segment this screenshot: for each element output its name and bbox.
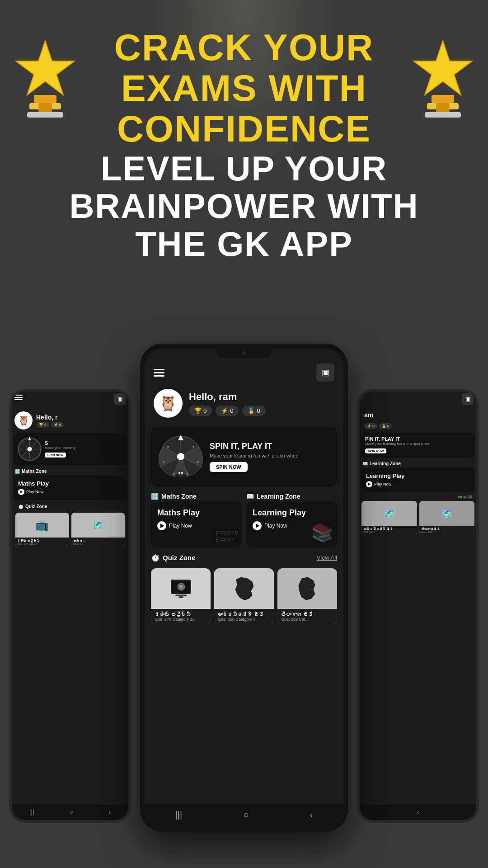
trophy-right <box>407 36 479 119</box>
left-nav-home[interactable]: ||| <box>29 808 34 816</box>
svg-rect-8 <box>436 103 450 113</box>
right-spin-desc: Make your learning fun with a spin wheel <box>365 442 471 446</box>
main-quiz-card-2[interactable]: ఆంధ్రప్రదేశ్ జీకే Que: 350 Category 5 <box>214 568 274 624</box>
main-spin-banner: SPIN IT, PLAY IT Make your learning fun … <box>151 427 337 486</box>
left-hamburger-icon <box>14 393 23 405</box>
phones-section: ▣ 🦉 Hello, r 🏆 0 ⚡ 0 <box>0 344 488 868</box>
trophy-left <box>9 36 81 119</box>
right-stat-2: 🏅 0 <box>379 423 392 429</box>
left-quiz-label: ⏱️ Quiz Zone <box>15 504 50 511</box>
left-spin-banner: S Make your learning SPIN NOW <box>14 433 127 465</box>
phone-right: ▣ am ⚡ 0 🏅 0 PIN IT, PLAY IT Make your l… <box>357 389 479 823</box>
svg-point-29 <box>178 472 180 474</box>
svg-point-22 <box>187 473 188 475</box>
hero-line4: LEVEL UP YOUR <box>69 150 418 188</box>
main-maths-card-title: Maths Play <box>157 508 235 518</box>
right-spin-title: PIN IT, PLAY IT <box>365 436 471 442</box>
left-play-btn[interactable]: Play Now <box>18 489 122 495</box>
quiz-card-3-title: తెలంగాణ జీకే <box>281 612 333 617</box>
left-user-row: 🦉 Hello, r 🏆 0 ⚡ 0 <box>12 410 128 433</box>
svg-point-30 <box>181 472 183 474</box>
svg-point-37 <box>180 585 182 587</box>
left-quiz-section: ⏱️ Quiz Zone 📺 కరెంట్ అఫైర్స్ Que: 270 C… <box>12 502 128 547</box>
svg-point-24 <box>163 461 164 463</box>
phone-left: ▣ 🦉 Hello, r 🏆 0 ⚡ 0 <box>9 389 131 823</box>
right-card-title: Learning Play <box>366 472 470 479</box>
right-store-btn: ▣ <box>462 393 474 405</box>
svg-point-23 <box>173 473 175 475</box>
svg-marker-5 <box>413 41 472 95</box>
left-quiz-card-2: 🗺️ ఆంధ్ర... Que: 3... <box>71 513 125 547</box>
main-quiz-section: ⏱️ Quiz Zone View All <box>145 547 343 624</box>
right-play-btn[interactable]: Play Now <box>366 481 470 487</box>
svg-rect-9 <box>425 112 461 118</box>
svg-point-28 <box>178 470 184 476</box>
right-view-all[interactable]: View All <box>360 495 476 501</box>
notch-dot <box>242 351 246 355</box>
svg-marker-0 <box>16 41 75 95</box>
svg-rect-4 <box>27 112 63 118</box>
svg-point-21 <box>197 461 199 463</box>
main-maths-card: Maths Play Play Now y=mx+b E=mc² <box>151 502 242 547</box>
main-nav-menu[interactable]: ||| <box>175 810 183 820</box>
svg-point-18 <box>177 453 184 460</box>
main-quiz-card-1[interactable]: కరెంట్ అఫైర్స్ Que: 270 Category 12 <box>151 568 211 624</box>
main-nav-back[interactable]: ‹ <box>310 810 313 820</box>
left-bottom-nav: ||| ○ ‹ <box>12 805 128 820</box>
main-bottom-nav: ||| ○ ‹ <box>145 804 343 827</box>
stat-medal: 🏅 0 <box>242 406 265 416</box>
right-learning-card: Learning Play Play Now <box>361 468 474 492</box>
svg-rect-6 <box>432 95 454 103</box>
svg-point-15 <box>28 447 32 452</box>
main-spin-btn[interactable]: SPIN NOW <box>210 462 248 472</box>
hero-line5: BRAINPOWER WITH <box>69 187 418 225</box>
right-user-name: am <box>360 410 476 421</box>
main-store-btn[interactable]: ▣ <box>316 363 334 382</box>
main-nav-home[interactable]: ○ <box>243 810 249 820</box>
main-user-stats: 🏆 0 ⚡ 0 🏅 0 <box>189 406 266 416</box>
main-maths-zone-label: 🔢 Maths Zone <box>151 493 242 500</box>
main-spin-desc: Make your learning fun with a spin wheel <box>210 453 300 458</box>
right-quiz-card-2: 🗺️ తెలంగాణ జీకే Que: 289 <box>419 501 475 535</box>
right-zone-label: 📖 Learning Zone <box>360 461 476 468</box>
right-nav-back[interactable]: ‹ <box>417 808 419 816</box>
main-user-name: Hello, ram <box>189 391 266 403</box>
main-phone-header: ▣ <box>145 358 343 385</box>
quiz-card-2-title: ఆంధ్రప్రదేశ్ జీకే <box>218 612 270 617</box>
left-spin-desc: Make your learning <box>45 446 75 450</box>
stat-trophy: 🏆 0 <box>189 406 212 416</box>
svg-point-20 <box>192 446 194 448</box>
right-bottom-nav: ‹ <box>360 805 476 820</box>
quiz-card-1-meta: Que: 270 Category 12 <box>155 617 207 622</box>
main-user-info: Hello, ram 🏆 0 ⚡ 0 🏅 0 <box>189 391 266 416</box>
main-view-all[interactable]: View All <box>317 554 337 561</box>
right-quiz-cards: 🗺️ ఆంధ్రప్రదేశ్ జీకే 350 Cat 5 🗺️ తెలంగా… <box>360 501 476 535</box>
main-quiz-card-3[interactable]: తెలంగాణ జీకే Que: 289 Cat... <box>277 568 337 624</box>
left-store-btn: ▣ <box>114 393 126 405</box>
hero-text: CRACK YOUR EXAMS WITH CONFIDENCE LEVEL U… <box>69 27 418 263</box>
left-spin-btn[interactable]: SPIN NOW <box>45 453 66 458</box>
left-spin-title: S <box>45 440 75 446</box>
main-hamburger-icon[interactable] <box>154 369 164 377</box>
main-spin-title: SPIN IT, PLAY IT <box>210 442 300 451</box>
svg-rect-34 <box>178 596 183 598</box>
left-nav-circle[interactable]: ○ <box>70 808 73 816</box>
left-nav-back[interactable]: ‹ <box>108 808 111 816</box>
svg-rect-33 <box>175 594 187 596</box>
left-phone-header: ▣ <box>12 392 128 407</box>
svg-point-25 <box>167 446 169 448</box>
right-quiz-card-1: 🗺️ ఆంధ్రప్రదేశ్ జీకే 350 Cat 5 <box>361 501 417 535</box>
main-spin-info: SPIN IT, PLAY IT Make your learning fun … <box>210 442 300 472</box>
left-maths-card-title: Maths Play <box>18 480 122 487</box>
phone-main-content: ▣ 🦉 Hello, ram 🏆 0 ⚡ 0 🏅 0 <box>145 358 343 832</box>
right-spin-btn[interactable]: SPIN NOW <box>365 448 386 453</box>
left-maths-card: Maths Play Play Now <box>14 476 127 500</box>
stat-lightning: ⚡ 0 <box>216 406 239 416</box>
svg-rect-3 <box>38 103 52 113</box>
main-learning-zone-label: 📖 Learning Zone <box>246 493 337 500</box>
quiz-card-2-meta: Que: 350 Category 5 <box>218 617 270 622</box>
quiz-card-3-meta: Que: 289 Cat... <box>281 617 333 622</box>
left-avatar: 🦉 <box>14 411 33 429</box>
hero-line2: EXAMS WITH <box>69 68 418 108</box>
hero-line6: THE GK APP <box>69 225 418 263</box>
